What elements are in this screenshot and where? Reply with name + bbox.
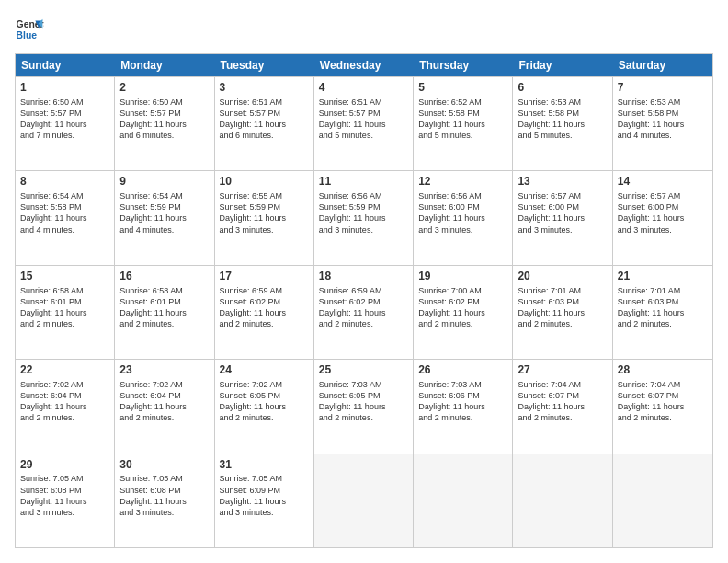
header-cell-wednesday: Wednesday (314, 54, 414, 76)
day-info: Sunrise: 6:59 AM Sunset: 6:02 PM Dayligh… (220, 285, 309, 330)
day-info: Sunrise: 6:57 AM Sunset: 6:00 PM Dayligh… (618, 190, 708, 236)
calendar-row-2: 15Sunrise: 6:58 AM Sunset: 6:01 PM Dayli… (16, 265, 712, 359)
empty-cell (613, 454, 712, 547)
day-info: Sunrise: 7:03 AM Sunset: 6:06 PM Dayligh… (418, 379, 507, 424)
day-number: 10 (220, 174, 309, 190)
day-number: 26 (418, 362, 507, 378)
day-info: Sunrise: 6:53 AM Sunset: 5:58 PM Dayligh… (518, 97, 607, 142)
day-number: 8 (20, 174, 109, 190)
day-info: Sunrise: 6:52 AM Sunset: 5:58 PM Dayligh… (418, 97, 507, 142)
day-number: 27 (518, 362, 607, 378)
header-cell-monday: Monday (115, 54, 214, 76)
day-number: 19 (418, 269, 507, 284)
day-info: Sunrise: 7:02 AM Sunset: 6:04 PM Dayligh… (20, 379, 109, 424)
day-info: Sunrise: 6:58 AM Sunset: 6:01 PM Dayligh… (119, 285, 209, 330)
day-number: 31 (220, 457, 309, 473)
day-cell-28: 28Sunrise: 7:04 AM Sunset: 6:07 PM Dayli… (613, 360, 712, 453)
day-info: Sunrise: 7:05 AM Sunset: 6:09 PM Dayligh… (220, 473, 309, 518)
empty-cell (513, 454, 612, 547)
day-cell-4: 4Sunrise: 6:51 AM Sunset: 5:57 PM Daylig… (314, 77, 414, 170)
day-number: 28 (618, 362, 708, 378)
day-number: 16 (119, 269, 209, 284)
day-cell-12: 12Sunrise: 6:56 AM Sunset: 6:00 PM Dayli… (414, 171, 513, 264)
day-cell-3: 3Sunrise: 6:51 AM Sunset: 5:57 PM Daylig… (215, 77, 314, 170)
day-info: Sunrise: 7:03 AM Sunset: 6:05 PM Dayligh… (319, 379, 408, 424)
day-cell-29: 29Sunrise: 7:05 AM Sunset: 6:08 PM Dayli… (16, 454, 115, 547)
day-number: 1 (20, 80, 109, 96)
header-cell-saturday: Saturday (613, 54, 712, 76)
day-cell-9: 9Sunrise: 6:54 AM Sunset: 5:59 PM Daylig… (115, 171, 214, 264)
day-info: Sunrise: 7:02 AM Sunset: 6:04 PM Dayligh… (119, 379, 209, 424)
day-number: 24 (220, 362, 309, 378)
header-cell-sunday: Sunday (16, 54, 115, 76)
logo: General Blue (15, 15, 44, 44)
day-info: Sunrise: 6:57 AM Sunset: 6:00 PM Dayligh… (518, 190, 607, 236)
day-cell-10: 10Sunrise: 6:55 AM Sunset: 5:59 PM Dayli… (215, 171, 314, 264)
day-cell-20: 20Sunrise: 7:01 AM Sunset: 6:03 PM Dayli… (513, 266, 612, 359)
day-number: 6 (518, 80, 607, 96)
day-info: Sunrise: 7:04 AM Sunset: 6:07 PM Dayligh… (518, 379, 607, 424)
day-info: Sunrise: 7:02 AM Sunset: 6:05 PM Dayligh… (220, 379, 309, 424)
day-info: Sunrise: 6:58 AM Sunset: 6:01 PM Dayligh… (20, 285, 109, 330)
day-number: 29 (20, 457, 109, 473)
header-cell-friday: Friday (513, 54, 612, 76)
day-number: 4 (319, 80, 408, 96)
day-info: Sunrise: 6:59 AM Sunset: 6:02 PM Dayligh… (319, 285, 408, 330)
day-info: Sunrise: 6:50 AM Sunset: 5:57 PM Dayligh… (20, 97, 109, 142)
day-cell-15: 15Sunrise: 6:58 AM Sunset: 6:01 PM Dayli… (16, 266, 115, 359)
day-cell-18: 18Sunrise: 6:59 AM Sunset: 6:02 PM Dayli… (314, 266, 414, 359)
calendar-body: 1Sunrise: 6:50 AM Sunset: 5:57 PM Daylig… (16, 76, 712, 547)
day-cell-31: 31Sunrise: 7:05 AM Sunset: 6:09 PM Dayli… (215, 454, 314, 547)
day-cell-11: 11Sunrise: 6:56 AM Sunset: 5:59 PM Dayli… (314, 171, 414, 264)
calendar-row-4: 29Sunrise: 7:05 AM Sunset: 6:08 PM Dayli… (16, 454, 712, 547)
day-info: Sunrise: 6:56 AM Sunset: 5:59 PM Dayligh… (319, 190, 408, 236)
day-info: Sunrise: 6:56 AM Sunset: 6:00 PM Dayligh… (418, 190, 507, 236)
day-number: 11 (319, 174, 408, 190)
day-cell-24: 24Sunrise: 7:02 AM Sunset: 6:05 PM Dayli… (215, 360, 314, 453)
day-cell-17: 17Sunrise: 6:59 AM Sunset: 6:02 PM Dayli… (215, 266, 314, 359)
header-cell-thursday: Thursday (414, 54, 513, 76)
day-info: Sunrise: 7:01 AM Sunset: 6:03 PM Dayligh… (618, 285, 708, 330)
day-info: Sunrise: 7:04 AM Sunset: 6:07 PM Dayligh… (618, 379, 708, 424)
day-cell-7: 7Sunrise: 6:53 AM Sunset: 5:58 PM Daylig… (613, 77, 712, 170)
day-cell-14: 14Sunrise: 6:57 AM Sunset: 6:00 PM Dayli… (613, 171, 712, 264)
day-number: 20 (518, 269, 607, 284)
day-info: Sunrise: 6:50 AM Sunset: 5:57 PM Dayligh… (119, 97, 209, 142)
day-info: Sunrise: 6:55 AM Sunset: 5:59 PM Dayligh… (220, 190, 309, 236)
day-number: 13 (518, 174, 607, 190)
day-cell-5: 5Sunrise: 6:52 AM Sunset: 5:58 PM Daylig… (414, 77, 513, 170)
calendar: SundayMondayTuesdayWednesdayThursdayFrid… (15, 53, 713, 548)
day-cell-22: 22Sunrise: 7:02 AM Sunset: 6:04 PM Dayli… (16, 360, 115, 453)
day-info: Sunrise: 6:53 AM Sunset: 5:58 PM Dayligh… (618, 97, 708, 142)
day-number: 9 (119, 174, 209, 190)
empty-cell (314, 454, 414, 547)
day-number: 12 (418, 174, 507, 190)
day-cell-1: 1Sunrise: 6:50 AM Sunset: 5:57 PM Daylig… (16, 77, 115, 170)
day-info: Sunrise: 7:05 AM Sunset: 6:08 PM Dayligh… (20, 473, 109, 518)
empty-cell (414, 454, 513, 547)
day-cell-2: 2Sunrise: 6:50 AM Sunset: 5:57 PM Daylig… (115, 77, 214, 170)
day-cell-25: 25Sunrise: 7:03 AM Sunset: 6:05 PM Dayli… (314, 360, 414, 453)
day-info: Sunrise: 6:51 AM Sunset: 5:57 PM Dayligh… (319, 97, 408, 142)
calendar-row-0: 1Sunrise: 6:50 AM Sunset: 5:57 PM Daylig… (16, 76, 712, 170)
day-number: 22 (20, 362, 109, 378)
day-number: 25 (319, 362, 408, 378)
day-cell-26: 26Sunrise: 7:03 AM Sunset: 6:06 PM Dayli… (414, 360, 513, 453)
day-number: 15 (20, 269, 109, 284)
day-number: 5 (418, 80, 507, 96)
logo-icon: General Blue (15, 15, 44, 44)
calendar-row-3: 22Sunrise: 7:02 AM Sunset: 6:04 PM Dayli… (16, 359, 712, 453)
svg-text:Blue: Blue (17, 30, 38, 40)
calendar-header: SundayMondayTuesdayWednesdayThursdayFrid… (16, 54, 712, 76)
day-number: 2 (119, 80, 209, 96)
day-info: Sunrise: 7:01 AM Sunset: 6:03 PM Dayligh… (518, 285, 607, 330)
day-cell-16: 16Sunrise: 6:58 AM Sunset: 6:01 PM Dayli… (115, 266, 214, 359)
day-number: 3 (220, 80, 309, 96)
day-number: 21 (618, 269, 708, 284)
day-cell-19: 19Sunrise: 7:00 AM Sunset: 6:02 PM Dayli… (414, 266, 513, 359)
day-info: Sunrise: 6:51 AM Sunset: 5:57 PM Dayligh… (220, 97, 309, 142)
day-info: Sunrise: 7:00 AM Sunset: 6:02 PM Dayligh… (418, 285, 507, 330)
day-cell-13: 13Sunrise: 6:57 AM Sunset: 6:00 PM Dayli… (513, 171, 612, 264)
header-cell-tuesday: Tuesday (215, 54, 314, 76)
day-cell-6: 6Sunrise: 6:53 AM Sunset: 5:58 PM Daylig… (513, 77, 612, 170)
